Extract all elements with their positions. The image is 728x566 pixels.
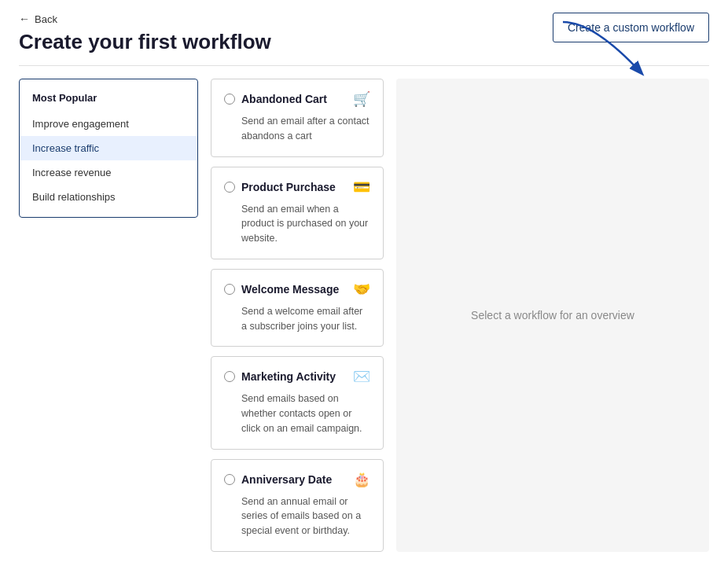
workflow-desc-anniversary-date: Send an annual email or series of emails…: [224, 494, 370, 538]
back-link[interactable]: ← Back: [19, 13, 271, 25]
workflow-title-product-purchase: Product Purchase: [241, 181, 336, 193]
workflow-icon-marketing-activity: ✉️: [353, 368, 370, 385]
back-arrow-icon: ←: [19, 13, 30, 25]
workflow-icon-product-purchase: 💳: [353, 178, 370, 196]
radio-marketing-activity[interactable]: [224, 371, 235, 382]
workflow-title-marketing-activity: Marketing Activity: [241, 370, 336, 383]
workflow-list: Abandoned Cart 🛒 Send an email after a c…: [211, 79, 384, 552]
sidebar-item-increase-traffic[interactable]: Increase traffic: [20, 136, 197, 160]
radio-abandoned-cart[interactable]: [224, 94, 235, 105]
workflow-card-anniversary-date[interactable]: Anniversary Date 🎂 Send an annual email …: [211, 459, 384, 552]
preview-panel: Select a workflow for an overview: [396, 79, 709, 552]
workflow-card-product-purchase[interactable]: Product Purchase 💳 Send an email when a …: [211, 167, 384, 259]
sidebar: Most Popular Improve engagement Increase…: [19, 79, 198, 218]
workflow-desc-marketing-activity: Send emails based on whether contacts op…: [224, 391, 370, 436]
workflow-card-abandoned-cart[interactable]: Abandoned Cart 🛒 Send an email after a c…: [211, 79, 384, 157]
workflow-desc-product-purchase: Send an email when a product is purchase…: [224, 202, 370, 246]
workflow-desc-abandoned-cart: Send an email after a contact abandons a…: [224, 114, 370, 144]
workflow-card-welcome-message[interactable]: Welcome Message 🤝 Send a welcome email a…: [211, 269, 384, 347]
sidebar-section-title: Most Popular: [20, 87, 197, 112]
sidebar-item-increase-revenue[interactable]: Increase revenue: [20, 160, 197, 185]
workflow-title-abandoned-cart: Abandoned Cart: [241, 93, 327, 105]
workflow-title-welcome-message: Welcome Message: [241, 283, 339, 296]
create-custom-workflow-button[interactable]: Create a custom workflow: [553, 13, 709, 42]
radio-anniversary-date[interactable]: [224, 474, 235, 485]
sidebar-item-build-relationships[interactable]: Build relationships: [20, 185, 197, 209]
preview-placeholder: Select a workflow for an overview: [471, 309, 634, 322]
radio-welcome-message[interactable]: [224, 284, 235, 295]
workflow-icon-anniversary-date: 🎂: [353, 471, 370, 488]
page-title: Create your first workflow: [19, 30, 271, 54]
sidebar-item-improve-engagement[interactable]: Improve engagement: [20, 112, 197, 136]
back-label: Back: [35, 13, 57, 25]
workflow-title-anniversary-date: Anniversary Date: [241, 473, 332, 486]
workflow-desc-welcome-message: Send a welcome email after a subscriber …: [224, 304, 370, 334]
workflow-icon-welcome-message: 🤝: [353, 281, 370, 298]
workflow-icon-abandoned-cart: 🛒: [353, 90, 370, 108]
radio-product-purchase[interactable]: [224, 182, 235, 193]
workflow-card-marketing-activity[interactable]: Marketing Activity ✉️ Send emails based …: [211, 356, 384, 449]
